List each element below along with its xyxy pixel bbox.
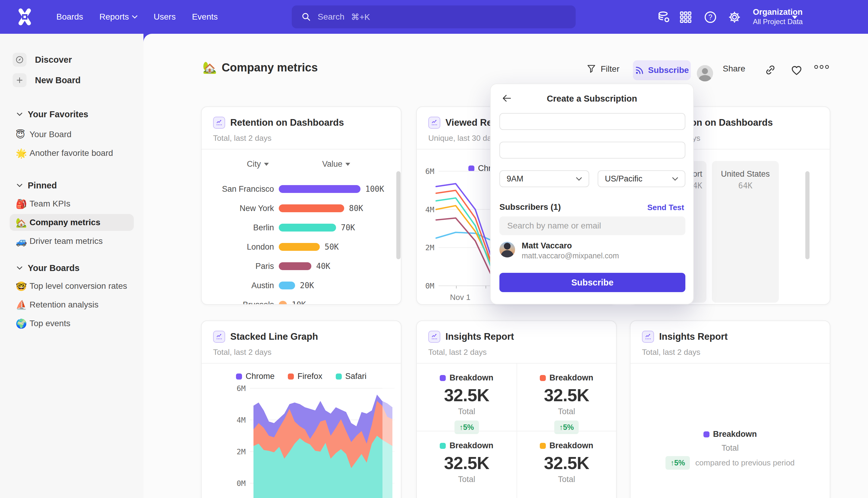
value-bar [279, 262, 311, 270]
sidebar-section-title: Your Boards [28, 263, 80, 273]
svg-text:2M: 2M [237, 447, 246, 456]
column-header-city[interactable]: City [247, 159, 269, 169]
subscriber-search-input[interactable] [499, 217, 685, 235]
sidebar-item-label: Another favorite board [29, 148, 113, 158]
svg-text:Nov 1: Nov 1 [450, 293, 470, 302]
breakdown-cell-country[interactable]: United States 64K [712, 161, 779, 303]
sidebar-item-team-kpis[interactable]: 🎒Team KPIs [0, 195, 144, 212]
stacked-area-chart: 6M4M2M0M [202, 321, 401, 498]
legend-swatch [440, 443, 446, 449]
column-header-value[interactable]: Value [322, 159, 350, 169]
board-emoji: 😇 [16, 129, 25, 140]
table-row-austin[interactable]: Austin20K [202, 276, 401, 295]
chevron-down-icon [17, 184, 22, 187]
table-row-san-francisco[interactable]: San Francisco100K [202, 179, 401, 199]
city-label: London [202, 243, 274, 252]
data-management-icon[interactable] [657, 10, 671, 24]
table-row-london[interactable]: London50K [202, 237, 401, 257]
subscribe-button[interactable]: Subscribe [633, 60, 691, 80]
create-subscription-modal: Create a Subscription 9AM US/Pacific Sub… [490, 83, 694, 304]
sidebar-item-new-board[interactable]: New Board [0, 72, 144, 89]
share-button[interactable]: Share [723, 64, 745, 74]
metric-tile-2[interactable]: Breakdown32.5KTotal↑5% [517, 364, 616, 431]
sidebar-item-label: Driver team metrics [29, 236, 103, 246]
timezone-select[interactable]: US/Pacific [598, 170, 685, 187]
table-row-new-york[interactable]: New York80K [202, 199, 401, 218]
card-insights-report-2: Insights Report Total, last 2 days Break… [630, 320, 830, 498]
time-select[interactable]: 9AM [499, 170, 589, 187]
tile-legend: Breakdown [440, 441, 493, 450]
chevron-down-icon [576, 177, 582, 181]
sidebar-item-label: Retention analysis [29, 300, 98, 310]
compass-icon [13, 53, 27, 67]
sort-caret-icon [345, 163, 350, 166]
sidebar-item-your-board[interactable]: 😇Your Board [0, 126, 144, 143]
city-label: Paris [202, 262, 274, 271]
subscriber-name: Matt Vaccaro [522, 241, 572, 250]
sidebar-section-your-boards[interactable]: Your Boards [0, 262, 144, 274]
shared-user-avatar[interactable] [697, 65, 713, 81]
search-input[interactable]: Search ⌘+K [292, 5, 576, 28]
sidebar-item-retention-analysis[interactable]: ⛵Retention analysis [0, 296, 144, 313]
scrollbar[interactable] [805, 171, 810, 259]
legend-breakdown[interactable]: Breakdown [630, 430, 830, 439]
value-bar [279, 185, 360, 193]
city-label: Brussels [202, 300, 274, 305]
tile-total-label: Total [558, 475, 575, 484]
sidebar-item-label: Top events [29, 319, 70, 328]
subscribe-submit-button[interactable]: Subscribe [499, 273, 685, 292]
value-bar [279, 205, 344, 212]
scrollbar[interactable] [396, 171, 401, 259]
more-options-icon[interactable] [814, 64, 829, 70]
rss-icon [635, 65, 644, 75]
tile-total-label: Total [558, 407, 575, 416]
metric-tile-3[interactable]: Breakdown32.5KTotal [417, 431, 517, 498]
svg-text:6M: 6M [237, 384, 246, 393]
value-label: 40K [316, 262, 330, 271]
nav-item-events[interactable]: Events [192, 12, 218, 22]
nav-item-boards[interactable]: Boards [56, 12, 83, 22]
send-test-link[interactable]: Send Test [647, 203, 684, 212]
value-bar [279, 301, 287, 305]
table-row-paris[interactable]: Paris40K [202, 257, 401, 276]
tile-value: 32.5K [444, 453, 489, 473]
svg-text:2M: 2M [425, 243, 434, 252]
metric-tile-4[interactable]: Breakdown32.5KTotal [517, 431, 616, 498]
table-row-brussels[interactable]: Brussels10K [202, 295, 401, 305]
sidebar-item-another-favorite-board[interactable]: 🌟Another favorite board [0, 145, 144, 161]
mixpanel-logo-icon[interactable] [16, 8, 34, 26]
svg-text:4M: 4M [237, 416, 246, 424]
svg-text:6M: 6M [425, 167, 434, 176]
table-row-berlin[interactable]: Berlin70K [202, 218, 401, 237]
bar-chart: San Francisco100KNew York80KBerlin70KLon… [202, 179, 401, 305]
sidebar-section-your-favorites[interactable]: Your Favorites [0, 108, 144, 120]
value-label: 100K [365, 184, 384, 194]
delta-badge: ↑5% [666, 456, 690, 470]
sidebar-section-title: Your Favorites [28, 109, 88, 119]
nav-item-reports[interactable]: Reports [99, 12, 137, 22]
apps-grid-icon[interactable] [679, 10, 693, 24]
chevron-down-icon [17, 266, 22, 270]
svg-text:4M: 4M [425, 205, 434, 214]
value-bar [279, 281, 295, 289]
metric-tile-1[interactable]: Breakdown32.5KTotal↑5% [417, 364, 517, 431]
tile-legend: Breakdown [540, 441, 593, 450]
sidebar-item-top-level-conversion-rates[interactable]: 🤓Top level conversion rates [0, 278, 144, 294]
help-icon[interactable]: ? [704, 10, 717, 24]
sidebar-item-driver-team-metrics[interactable]: 🚙Driver team metrics [0, 233, 144, 250]
board-emoji: 🎒 [16, 199, 27, 209]
filter-icon [586, 64, 597, 74]
board-emoji: 🏡 [16, 217, 27, 228]
frequency-tabs [499, 142, 685, 159]
nav-item-users[interactable]: Users [154, 12, 176, 22]
favorite-heart-icon[interactable] [790, 64, 803, 77]
sidebar-item-company-metrics[interactable]: 🏡Company metrics [0, 214, 144, 231]
sidebar-section-pinned[interactable]: Pinned [0, 179, 144, 192]
value-label: 10K [292, 300, 306, 305]
sidebar-item-top-events[interactable]: 🌍Top events [0, 315, 144, 332]
filter-button[interactable]: Filter [586, 64, 619, 74]
copy-link-icon[interactable] [764, 64, 776, 76]
sidebar-item-discover[interactable]: Discover [0, 51, 144, 68]
gear-icon[interactable] [727, 10, 742, 24]
page-title: 🏡 Company metrics [202, 61, 318, 74]
